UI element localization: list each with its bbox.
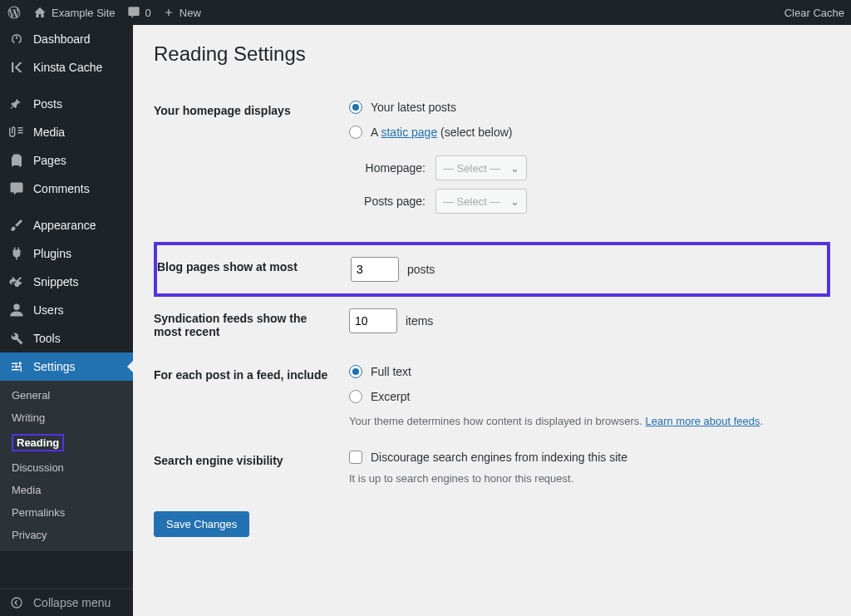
clear-cache-label: Clear Cache (785, 7, 844, 19)
blog-pages-label: Blog pages show at most (155, 244, 342, 295)
svg-point-0 (12, 598, 22, 608)
admin-sidebar: Dashboard Kinsta Cache Posts Media Pages… (0, 25, 133, 616)
discourage-search-checkbox[interactable] (349, 451, 362, 464)
site-name-link[interactable]: Example Site (33, 6, 116, 19)
save-changes-button[interactable]: Save Changes (154, 511, 249, 537)
main-content: Reading Settings Your homepage displays … (133, 25, 851, 616)
wordpress-icon (7, 5, 22, 20)
media-icon (8, 125, 25, 140)
chevron-down-icon: ⌄ (510, 162, 519, 175)
sidebar-item-posts[interactable]: Posts (0, 90, 133, 118)
homepage-select-label: Homepage: (349, 161, 426, 175)
submenu-permalinks[interactable]: Permalinks (0, 501, 133, 524)
sidebar-item-appearance[interactable]: Appearance (0, 211, 133, 239)
sidebar-label: Snippets (33, 275, 78, 288)
comments-count: 0 (145, 7, 151, 19)
homepage-displays-label: Your homepage displays (154, 89, 341, 234)
pages-icon (8, 153, 25, 168)
collapse-menu-button[interactable]: Collapse menu (0, 589, 133, 616)
items-suffix: items (406, 314, 433, 328)
submenu-discussion[interactable]: Discussion (0, 456, 133, 479)
select-placeholder: — Select — (443, 195, 500, 208)
page-title: Reading Settings (154, 42, 830, 66)
posts-per-page-input[interactable] (351, 257, 399, 282)
syndication-label: Syndication feeds show the most recent (154, 297, 341, 353)
sidebar-item-settings[interactable]: Settings (0, 352, 133, 381)
search-visibility-label: Search engine visibility (154, 439, 341, 496)
submenu-privacy[interactable]: Privacy (0, 524, 133, 546)
sidebar-label: Appearance (33, 219, 96, 232)
feed-description: Your theme determines how content is dis… (349, 415, 822, 427)
kinsta-icon (8, 60, 25, 75)
sidebar-label: Tools (33, 332, 61, 345)
sidebar-item-dashboard[interactable]: Dashboard (0, 25, 133, 53)
sidebar-label: Media (33, 126, 65, 139)
sidebar-label: Kinsta Cache (33, 61, 102, 74)
learn-more-feeds-link[interactable]: Learn more about feeds (645, 415, 760, 427)
sidebar-item-tools[interactable]: Tools (0, 324, 133, 352)
plug-icon (8, 246, 25, 261)
user-icon (8, 303, 25, 318)
new-label: New (180, 7, 201, 19)
sidebar-item-pages[interactable]: Pages (0, 146, 133, 175)
new-content-link[interactable]: New (163, 7, 201, 19)
static-page-link[interactable]: static page (381, 126, 437, 139)
sidebar-item-kinsta-cache[interactable]: Kinsta Cache (0, 53, 133, 81)
sidebar-label: Pages (33, 154, 66, 167)
wp-logo[interactable] (7, 5, 22, 20)
brush-icon (8, 218, 25, 233)
radio-static-page[interactable] (349, 126, 362, 139)
radio-full-text[interactable] (349, 365, 362, 378)
collapse-label: Collapse menu (33, 596, 111, 609)
sidebar-label: Dashboard (33, 32, 91, 46)
radio-excerpt[interactable] (349, 390, 362, 403)
syndication-items-input[interactable] (349, 308, 397, 333)
postspage-select[interactable]: — Select — ⌄ (435, 189, 527, 214)
radio-latest-label: Your latest posts (371, 101, 456, 114)
sidebar-item-media[interactable]: Media (0, 118, 133, 146)
postspage-select-label: Posts page: (349, 195, 426, 208)
radio-excerpt-label: Excerpt (371, 390, 410, 403)
submenu-reading[interactable]: Reading (0, 429, 133, 456)
submenu-writing[interactable]: Writing (0, 407, 133, 429)
dashboard-icon (8, 32, 25, 47)
comments-icon (8, 181, 25, 196)
discourage-search-label: Discourage search engines from indexing … (371, 451, 627, 464)
radio-full-label: Full text (371, 365, 411, 378)
submenu-media[interactable]: Media (0, 479, 133, 501)
sidebar-label: Plugins (33, 247, 71, 260)
site-name-text: Example Site (52, 7, 116, 19)
scissors-icon (8, 274, 25, 289)
adminbar: Example Site 0 New Clear Cache (0, 0, 851, 25)
homepage-select[interactable]: — Select — ⌄ (435, 155, 527, 180)
sidebar-item-users[interactable]: Users (0, 296, 133, 324)
sidebar-label: Settings (33, 360, 76, 373)
select-placeholder: — Select — (443, 162, 500, 175)
chevron-down-icon: ⌄ (510, 195, 519, 208)
home-icon (33, 6, 47, 19)
plus-icon (163, 7, 175, 18)
feed-include-label: For each post in a feed, include (154, 353, 341, 439)
pin-icon (8, 96, 25, 111)
collapse-icon (8, 596, 25, 609)
submenu-general[interactable]: General (0, 384, 133, 407)
sliders-icon (8, 359, 25, 374)
settings-submenu: General Writing Reading Discussion Media… (0, 381, 133, 551)
sidebar-label: Users (33, 303, 64, 317)
search-description: It is up to search engines to honor this… (349, 472, 822, 485)
sidebar-item-comments[interactable]: Comments (0, 175, 133, 203)
wrench-icon (8, 331, 25, 346)
comments-link[interactable]: 0 (127, 6, 151, 19)
sidebar-item-snippets[interactable]: Snippets (0, 268, 133, 296)
radio-latest-posts[interactable] (349, 101, 362, 114)
comment-icon (127, 6, 140, 19)
sidebar-item-plugins[interactable]: Plugins (0, 239, 133, 268)
sidebar-label: Posts (33, 97, 62, 111)
sidebar-label: Comments (33, 182, 90, 195)
posts-suffix: posts (407, 263, 435, 276)
blog-pages-row-highlight: Blog pages show at most posts (155, 244, 829, 295)
clear-cache-link[interactable]: Clear Cache (785, 7, 844, 19)
radio-static-label: A static page (select below) (371, 126, 512, 139)
submenu-reading-label: Reading (12, 434, 64, 451)
